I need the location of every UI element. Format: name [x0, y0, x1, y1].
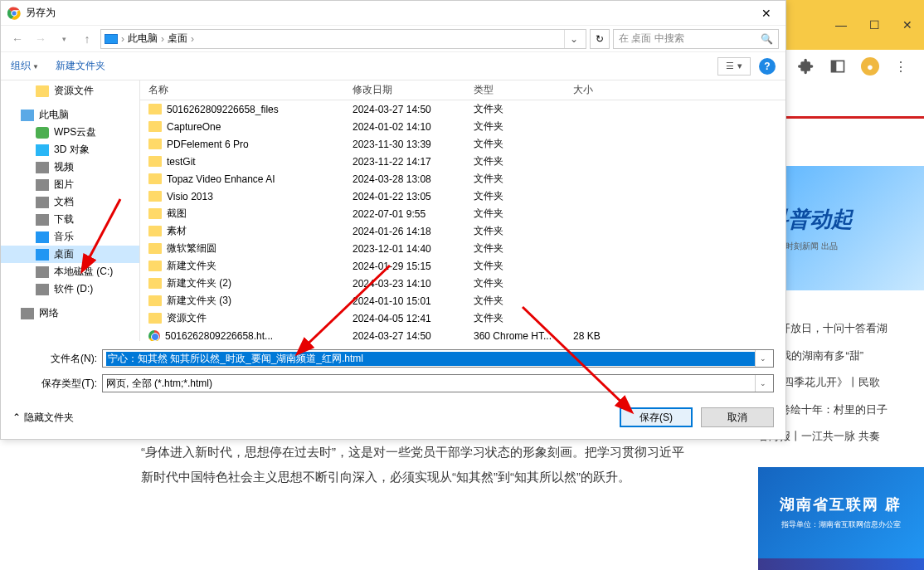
sidebar-item[interactable]: 软件 (D:)	[1, 280, 139, 298]
sidebar-item-label: WPS云盘	[54, 125, 96, 139]
sidebar-item-label: 音乐	[54, 230, 74, 244]
file-row[interactable]: PDFelement 6 Pro2023-11-30 13:39文件夹	[140, 135, 785, 153]
filename-dropdown[interactable]: ⌄	[755, 350, 770, 367]
column-date[interactable]: 修改日期	[353, 83, 474, 97]
sidebar-item-label: 网络	[39, 306, 59, 320]
toolbar: 组织▼ 新建文件夹 ☰ ▾ ?	[1, 52, 785, 80]
dialog-title: 另存为	[26, 6, 754, 20]
search-input[interactable]: 在 桌面 中搜索 🔍	[613, 29, 779, 49]
sidebar-item[interactable]: 桌面	[1, 246, 139, 263]
close-window-button[interactable]: ✕	[891, 8, 924, 41]
filename-input[interactable]: 宁心：知其然 知其所以然_时政_要闻_湖南频道_红网.html ⌄	[102, 349, 774, 368]
save-as-dialog: 另存为 ✕ ← → ▾ ↑ › 此电脑 › 桌面 › ⌄ ↻ 在 桌面 中搜索 …	[0, 0, 786, 440]
file-row[interactable]: 新建文件夹 (3)2024-01-10 15:01文件夹	[140, 292, 785, 309]
folder-icon	[148, 104, 162, 114]
column-type[interactable]: 类型	[474, 83, 573, 97]
maximize-button[interactable]: ☐	[858, 8, 891, 41]
up-button[interactable]: ↑	[77, 29, 97, 49]
sidebar-item[interactable]: 此电脑	[1, 106, 139, 124]
folder-icon	[148, 139, 162, 149]
recent-dropdown[interactable]: ▾	[54, 29, 74, 49]
minimize-button[interactable]: —	[824, 8, 858, 41]
sidebar-item-label: 下载	[54, 212, 74, 227]
panel-icon[interactable]	[829, 58, 846, 75]
sidebar-item-label: 此电脑	[39, 108, 69, 122]
save-button[interactable]: 保存(S)	[620, 407, 693, 427]
chevron-right-icon: ›	[121, 33, 124, 45]
cancel-button[interactable]: 取消	[701, 407, 774, 427]
file-row[interactable]: testGit2023-11-22 14:17文件夹	[140, 153, 785, 170]
folder-icon	[36, 85, 49, 97]
sidebar-item-label: 文档	[54, 195, 74, 209]
file-row[interactable]: 5016262809226658.ht...2024-03-27 14:5036…	[140, 327, 785, 341]
address-bar[interactable]: › 此电脑 › 桌面 › ⌄	[100, 29, 586, 49]
folder-icon	[36, 127, 49, 139]
forward-button[interactable]: →	[31, 29, 51, 49]
folder-icon	[36, 179, 49, 191]
folder-icon	[36, 266, 49, 278]
folder-icon	[148, 121, 162, 132]
sidebar-item[interactable]: WPS云盘	[1, 124, 139, 141]
file-row[interactable]: 微软繁细圆2023-12-01 14:40文件夹	[140, 240, 785, 257]
sidebar-item[interactable]: 下载	[1, 211, 139, 228]
file-list[interactable]: 5016262809226658_files2024-03-27 14:50文件…	[140, 100, 785, 341]
browser-window-controls: — ☐ ✕	[783, 0, 924, 50]
sidebar-item[interactable]: 网络	[1, 304, 139, 322]
sidebar-item[interactable]: 本地磁盘 (C:)	[1, 263, 139, 280]
file-row[interactable]: CaptureOne2024-01-02 14:10文件夹	[140, 118, 785, 135]
sidebar-item-label: 资源文件	[54, 84, 94, 98]
file-row[interactable]: 素材2024-01-26 14:18文件夹	[140, 222, 785, 240]
folder-icon	[36, 144, 49, 156]
promo-banner-2[interactable]: 湖南省互联网 辟 指导单位：湖南省互联网信息办公室	[758, 467, 924, 558]
sidebar-item-label: 图片	[54, 178, 74, 192]
accent-underline	[786, 116, 924, 119]
titlebar: 另存为 ✕	[1, 1, 785, 26]
view-mode-button[interactable]: ☰ ▾	[717, 57, 751, 76]
file-row[interactable]: 5016262809226658_files2024-03-27 14:50文件…	[140, 100, 785, 118]
filetype-select[interactable]: 网页, 全部 (*.htm;*.html) ⌄	[102, 374, 774, 392]
navigation-tree: 资源文件此电脑WPS云盘3D 对象视频图片文档下载音乐桌面本地磁盘 (C:)软件…	[1, 80, 140, 341]
chrome-icon	[148, 330, 160, 342]
hide-folders-toggle[interactable]: ⌃ 隐藏文件夹	[12, 411, 74, 425]
file-row[interactable]: 截图2022-07-01 9:55文件夹	[140, 205, 785, 222]
sidebar-item[interactable]: 资源文件	[1, 82, 139, 100]
new-folder-button[interactable]: 新建文件夹	[56, 59, 105, 73]
filetype-dropdown[interactable]: ⌄	[755, 375, 770, 392]
folder-icon	[148, 156, 162, 167]
file-row[interactable]: 新建文件夹 (2)2024-03-23 14:10文件夹	[140, 275, 785, 292]
column-size[interactable]: 大小	[573, 83, 785, 97]
chrome-icon	[7, 7, 21, 20]
sidebar-item[interactable]: 3D 对象	[1, 141, 139, 158]
sidebar-item[interactable]: 音乐	[1, 228, 139, 246]
sidebar-item[interactable]: 视频	[1, 158, 139, 176]
promo-banner-3[interactable]	[758, 558, 924, 571]
file-row[interactable]: Topaz Video Enhance AI2024-03-28 13:08文件…	[140, 170, 785, 188]
menu-icon[interactable]: ⋮	[894, 59, 907, 75]
sidebar-item-label: 3D 对象	[54, 143, 90, 157]
help-icon[interactable]: ?	[759, 58, 776, 75]
folder-icon	[36, 231, 49, 243]
extension-icon[interactable]	[798, 58, 815, 75]
sidebar-item-label: 桌面	[54, 247, 74, 261]
article-paragraph: “身体进入新时代，思想停在过去时”，这是对一些党员干部学习状态的形象刻画。把学习…	[141, 440, 688, 490]
folder-icon	[21, 110, 34, 121]
profile-avatar[interactable]: ●	[861, 57, 879, 76]
navigation-bar: ← → ▾ ↑ › 此电脑 › 桌面 › ⌄ ↻ 在 桌面 中搜索 🔍	[1, 26, 785, 52]
path-segment[interactable]: 桌面	[168, 32, 187, 46]
article-body: “身体进入新时代，思想停在过去时”，这是对一些党员干部学习状态的形象刻画。把学习…	[116, 440, 713, 490]
close-icon[interactable]: ✕	[754, 7, 779, 20]
sidebar-item[interactable]: 文档	[1, 193, 139, 211]
path-segment[interactable]: 此电脑	[128, 32, 158, 46]
file-row[interactable]: 新建文件夹2024-01-29 15:15文件夹	[140, 257, 785, 275]
refresh-button[interactable]: ↻	[590, 29, 610, 49]
browser-toolbar: ● ⋮	[783, 50, 924, 83]
sidebar-item[interactable]: 图片	[1, 176, 139, 193]
pc-icon	[105, 34, 118, 44]
back-button[interactable]: ←	[7, 29, 27, 49]
file-row[interactable]: 资源文件2024-04-05 12:41文件夹	[140, 309, 785, 327]
path-dropdown[interactable]: ⌄	[564, 30, 582, 48]
organize-menu[interactable]: 组织▼	[11, 59, 39, 73]
file-row[interactable]: Visio 20132024-01-22 13:05文件夹	[140, 188, 785, 205]
folder-icon	[36, 162, 49, 173]
column-name[interactable]: 名称	[140, 83, 353, 97]
